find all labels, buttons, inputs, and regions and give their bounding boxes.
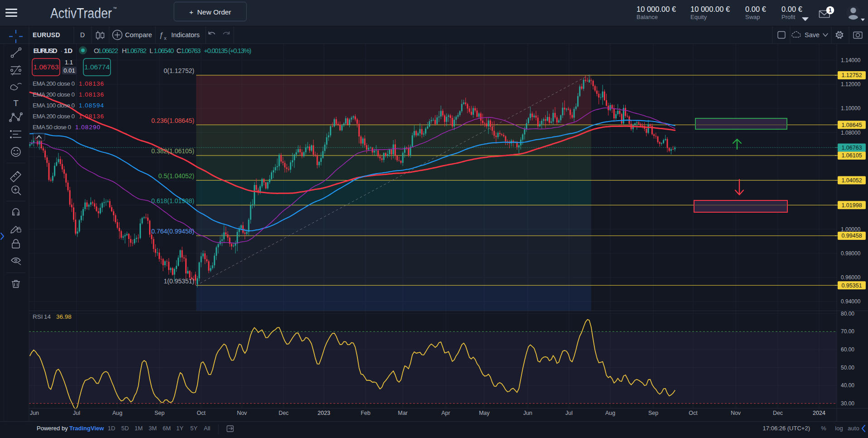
svg-text:Oct: Oct — [689, 410, 698, 416]
svg-text:1.06763: 1.06763 — [181, 47, 201, 54]
svg-text:T: T — [13, 98, 19, 108]
svg-text:Jul: Jul — [73, 410, 80, 416]
svg-text:Jul: Jul — [565, 410, 573, 416]
svg-text:0(1.12752): 0(1.12752) — [164, 67, 194, 74]
svg-text:1D: 1D — [64, 47, 72, 54]
svg-text:10 000.00 €: 10 000.00 € — [690, 5, 730, 13]
svg-text:6M: 6M — [163, 425, 171, 432]
svg-text:30.00: 30.00 — [841, 400, 854, 407]
svg-text:1(0.95351): 1(0.95351) — [164, 277, 194, 285]
svg-text:·: · — [61, 47, 63, 54]
svg-text:0.99458: 0.99458 — [841, 233, 862, 239]
svg-text:1.01998: 1.01998 — [841, 202, 862, 209]
svg-text:Sep: Sep — [154, 410, 164, 416]
svg-text:1.06763: 1.06763 — [841, 145, 862, 151]
svg-text:EURUSD: EURUSD — [34, 47, 58, 54]
svg-text:1.06782: 1.06782 — [126, 47, 147, 54]
svg-text:Dec: Dec — [773, 410, 783, 416]
svg-text:Sep: Sep — [648, 410, 658, 416]
svg-text:EMA 100 close 0: EMA 100 close 0 — [33, 102, 75, 109]
svg-text:3M: 3M — [149, 425, 157, 432]
svg-text:0.236(1.08645): 0.236(1.08645) — [151, 117, 194, 124]
svg-text:0.98000: 0.98000 — [841, 250, 861, 257]
svg-text:17:06:26 (UTC+2): 17:06:26 (UTC+2) — [763, 425, 810, 432]
svg-text:1.08000: 1.08000 — [841, 130, 861, 136]
svg-text:0.764(0.99458): 0.764(0.99458) — [151, 228, 194, 235]
svg-text:0.00 €: 0.00 € — [745, 5, 766, 13]
svg-text:%: % — [821, 425, 826, 432]
svg-text:EMA 50 close 0: EMA 50 close 0 — [33, 124, 71, 131]
svg-text:50.00: 50.00 — [841, 365, 854, 371]
svg-text:Nov: Nov — [731, 410, 741, 416]
svg-text:ƒ: ƒ — [159, 31, 163, 39]
svg-text:Aug: Aug — [605, 410, 615, 416]
svg-text:1.06540: 1.06540 — [154, 47, 174, 54]
svg-text:1M: 1M — [135, 425, 143, 432]
svg-text:1.08136: 1.08136 — [79, 113, 104, 120]
svg-text:Dec: Dec — [279, 410, 289, 416]
svg-text:1.10000: 1.10000 — [841, 105, 861, 112]
svg-text:EURUSD: EURUSD — [33, 31, 60, 39]
svg-text:Save: Save — [805, 31, 820, 39]
svg-text:Jun: Jun — [523, 410, 532, 416]
svg-text:ActivTrader: ActivTrader — [50, 5, 112, 21]
svg-text:™: ™ — [113, 6, 117, 11]
svg-text:80.00: 80.00 — [841, 311, 854, 317]
svg-text:x: x — [164, 35, 167, 41]
svg-text:1.12752: 1.12752 — [841, 72, 862, 78]
svg-text:0.5(1.04052): 0.5(1.04052) — [159, 172, 194, 180]
svg-text:Balance: Balance — [637, 14, 658, 20]
svg-text:0.96000: 0.96000 — [841, 274, 861, 281]
svg-text:EMA 200 close 0: EMA 200 close 0 — [33, 113, 75, 120]
svg-text:1.06105: 1.06105 — [841, 152, 862, 159]
svg-text:1.06622: 1.06622 — [98, 47, 118, 54]
svg-text:36.98: 36.98 — [56, 313, 72, 320]
svg-text:Jun: Jun — [30, 410, 39, 416]
svg-text:1.08645: 1.08645 — [841, 122, 862, 128]
svg-text:+ New Order: + New Order — [189, 8, 231, 16]
svg-text:RSI: RSI — [33, 313, 43, 320]
svg-text:D: D — [80, 31, 85, 39]
svg-text:Profit: Profit — [781, 14, 796, 20]
svg-text:EMA 200 close 0: EMA 200 close 0 — [33, 80, 75, 87]
svg-text:May: May — [479, 410, 490, 416]
svg-text:14: 14 — [44, 313, 51, 320]
svg-text:1.12000: 1.12000 — [841, 81, 861, 88]
svg-text:1: 1 — [829, 7, 832, 14]
svg-text:5Y: 5Y — [190, 425, 198, 432]
svg-text:Feb: Feb — [361, 410, 371, 416]
svg-text:Oct: Oct — [197, 410, 206, 416]
svg-text:0.95351: 0.95351 — [841, 282, 862, 289]
svg-text:1.08594: 1.08594 — [79, 102, 104, 109]
svg-text:70.00: 70.00 — [841, 328, 854, 335]
svg-text:0.382(1.06105): 0.382(1.06105) — [151, 147, 194, 155]
svg-text:1Y: 1Y — [176, 425, 183, 432]
svg-text:10 000.00 €: 10 000.00 € — [637, 5, 676, 13]
svg-text:TradingView: TradingView — [69, 425, 104, 432]
svg-text:All: All — [204, 425, 211, 432]
svg-text:L: L — [149, 47, 153, 54]
svg-text:1.04052: 1.04052 — [841, 177, 862, 184]
svg-text:Compare: Compare — [125, 31, 152, 39]
svg-text:Apr: Apr — [441, 410, 450, 416]
svg-text:60.00: 60.00 — [841, 346, 854, 353]
svg-text:0.01: 0.01 — [63, 67, 75, 74]
svg-text:2023: 2023 — [318, 410, 330, 416]
svg-text:1.08290: 1.08290 — [75, 124, 100, 131]
svg-text:1.00000: 1.00000 — [841, 226, 861, 233]
svg-text:Mar: Mar — [398, 410, 408, 416]
svg-text:5D: 5D — [121, 425, 129, 432]
svg-text:0.00 €: 0.00 € — [781, 5, 802, 13]
svg-text:Equity: Equity — [690, 14, 707, 20]
svg-text:1D: 1D — [108, 425, 116, 432]
svg-text:log: log — [835, 425, 843, 432]
svg-text:1.14000: 1.14000 — [841, 57, 861, 63]
svg-text:1.08136: 1.08136 — [79, 91, 104, 98]
svg-text:2024: 2024 — [813, 410, 825, 416]
svg-text:1.08136: 1.08136 — [79, 80, 104, 87]
svg-text:Aug: Aug — [112, 410, 122, 416]
svg-text:Powered by: Powered by — [37, 425, 68, 432]
svg-text:1.06774: 1.06774 — [84, 63, 110, 71]
svg-text:+0.00135 (+0.13%): +0.00135 (+0.13%) — [204, 47, 251, 54]
svg-text:EMA 200 close 0: EMA 200 close 0 — [33, 91, 75, 98]
